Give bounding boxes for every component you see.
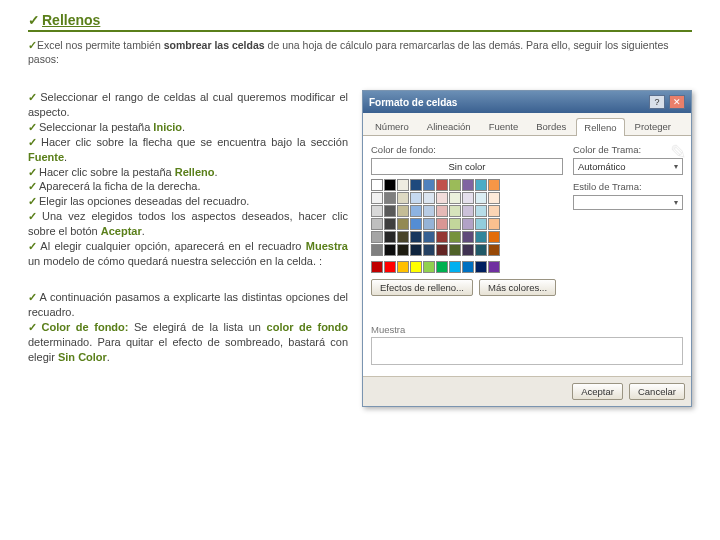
color-swatch[interactable] (462, 179, 474, 191)
color-swatch[interactable] (410, 192, 422, 204)
fill-effects-button[interactable]: Efectos de relleno... (371, 279, 473, 296)
color-swatch[interactable] (436, 261, 448, 273)
color-swatch[interactable] (488, 179, 500, 191)
color-swatch[interactable] (397, 261, 409, 273)
chevron-down-icon: ▾ (674, 198, 678, 207)
color-swatch[interactable] (488, 205, 500, 217)
color-swatch[interactable] (423, 179, 435, 191)
pattern-style-label: Estilo de Trama: (573, 181, 683, 192)
tab-proteger[interactable]: Proteger (627, 117, 679, 135)
color-swatch[interactable] (475, 218, 487, 230)
color-swatch[interactable] (397, 231, 409, 243)
color-swatch[interactable] (449, 218, 461, 230)
color-swatch[interactable] (449, 261, 461, 273)
color-swatch[interactable] (371, 218, 383, 230)
page-title: ✓Rellenos (28, 12, 692, 32)
color-swatch[interactable] (410, 244, 422, 256)
color-swatch[interactable] (462, 261, 474, 273)
color-swatch[interactable] (371, 244, 383, 256)
color-swatch[interactable] (423, 218, 435, 230)
color-swatch[interactable] (475, 192, 487, 204)
step-item: ✓Seleccionar la pestaña Inicio. (28, 120, 348, 135)
color-swatch[interactable] (371, 261, 383, 273)
color-swatch[interactable] (384, 244, 396, 256)
color-swatch[interactable] (384, 218, 396, 230)
tab-fuente[interactable]: Fuente (481, 117, 527, 135)
color-swatch[interactable] (410, 179, 422, 191)
color-swatch[interactable] (475, 231, 487, 243)
sample-box (371, 337, 683, 365)
color-swatch[interactable] (371, 205, 383, 217)
color-swatch[interactable] (436, 231, 448, 243)
step-item: ✓Hacer clic sobre la pestaña Relleno. (28, 165, 348, 180)
color-swatch[interactable] (475, 179, 487, 191)
pattern-color-label: Color de Trama: (573, 144, 683, 155)
color-swatch[interactable] (449, 192, 461, 204)
color-swatch[interactable] (488, 231, 500, 243)
color-swatch[interactable] (397, 179, 409, 191)
color-swatch[interactable] (384, 231, 396, 243)
cancel-button[interactable]: Cancelar (629, 383, 685, 400)
color-swatch[interactable] (488, 261, 500, 273)
tab-relleno[interactable]: Relleno (576, 118, 624, 136)
color-swatch[interactable] (397, 192, 409, 204)
color-swatch[interactable] (462, 244, 474, 256)
tab-bordes[interactable]: Bordes (528, 117, 574, 135)
sample-label: Muestra (371, 324, 683, 335)
color-swatch[interactable] (423, 244, 435, 256)
pattern-color-dropdown[interactable]: Automático▾ (573, 158, 683, 175)
help-button[interactable]: ? (649, 95, 665, 109)
color-swatch[interactable] (449, 231, 461, 243)
color-swatch[interactable] (384, 205, 396, 217)
color-swatch[interactable] (423, 231, 435, 243)
color-swatch[interactable] (449, 179, 461, 191)
no-color-button[interactable]: Sin color (371, 158, 563, 175)
color-swatch[interactable] (462, 231, 474, 243)
standard-colors (371, 261, 563, 273)
color-swatch[interactable] (410, 218, 422, 230)
color-swatch[interactable] (449, 205, 461, 217)
color-swatch[interactable] (397, 218, 409, 230)
dialog-titlebar: Formato de celdas ? ✕ (363, 91, 691, 113)
color-swatch[interactable] (436, 244, 448, 256)
color-swatch[interactable] (423, 261, 435, 273)
color-swatch[interactable] (462, 218, 474, 230)
color-swatch[interactable] (449, 244, 461, 256)
color-swatch[interactable] (410, 261, 422, 273)
tab-número[interactable]: Número (367, 117, 417, 135)
step-item: ✓Hacer clic sobre la flecha que se encue… (28, 135, 348, 165)
color-swatch[interactable] (384, 192, 396, 204)
color-swatch[interactable] (488, 192, 500, 204)
color-swatch[interactable] (436, 205, 448, 217)
color-swatch[interactable] (384, 179, 396, 191)
tab-alineación[interactable]: Alineación (419, 117, 479, 135)
color-swatch[interactable] (475, 261, 487, 273)
color-swatch[interactable] (436, 192, 448, 204)
steps-column: ✓Seleccionar el rango de celdas al cual … (28, 90, 348, 407)
color-swatch[interactable] (371, 179, 383, 191)
color-swatch[interactable] (384, 261, 396, 273)
pattern-style-dropdown[interactable]: ▾ (573, 195, 683, 210)
color-swatch[interactable] (436, 218, 448, 230)
color-swatch[interactable] (475, 205, 487, 217)
color-swatch[interactable] (371, 192, 383, 204)
color-swatch[interactable] (423, 205, 435, 217)
color-swatch[interactable] (397, 244, 409, 256)
ok-button[interactable]: Aceptar (572, 383, 623, 400)
color-swatch[interactable] (436, 179, 448, 191)
color-swatch[interactable] (410, 205, 422, 217)
color-swatch[interactable] (423, 192, 435, 204)
color-swatch[interactable] (410, 231, 422, 243)
color-swatch[interactable] (462, 192, 474, 204)
close-button[interactable]: ✕ (669, 95, 685, 109)
color-swatch[interactable] (462, 205, 474, 217)
step-item: ✓Seleccionar el rango de celdas al cual … (28, 90, 348, 120)
color-swatch[interactable] (397, 205, 409, 217)
color-swatch[interactable] (488, 218, 500, 230)
color-swatch[interactable] (475, 244, 487, 256)
dialog-tabs: NúmeroAlineaciónFuenteBordesRellenoProte… (363, 113, 691, 136)
more-colors-button[interactable]: Más colores... (479, 279, 556, 296)
color-swatch[interactable] (371, 231, 383, 243)
color-swatch[interactable] (488, 244, 500, 256)
color-palette (371, 179, 563, 256)
